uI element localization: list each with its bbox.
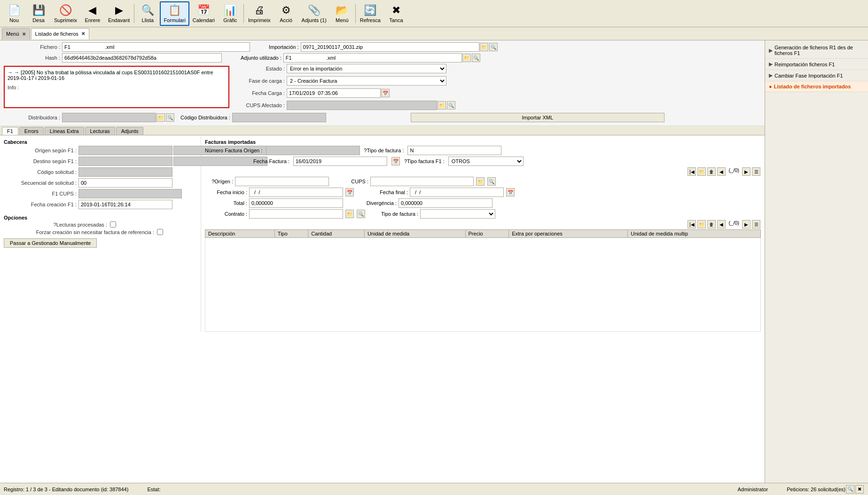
dist-folder-icon[interactable]: 📁	[156, 113, 165, 122]
cups-search-icon[interactable]: 🔍	[447, 101, 455, 110]
tab-lecturas[interactable]: Lecturas	[85, 127, 115, 135]
grafic-button[interactable]: 📊 Gràfic	[218, 1, 242, 26]
nav-prev-icon[interactable]: ◀	[717, 167, 726, 176]
fecha-factura-calendar-icon[interactable]: 📅	[391, 157, 400, 165]
numero-input[interactable]	[266, 146, 360, 155]
formulari-button[interactable]: 📋 Formulari	[160, 1, 189, 26]
endavant-button[interactable]: ▶ Endavant	[105, 1, 133, 26]
enrere-button[interactable]: ◀ Enrere	[80, 1, 105, 26]
inner-nav-folder-icon[interactable]: 📁	[697, 220, 706, 228]
importar-xml-button[interactable]: Importar XML	[411, 113, 665, 122]
codigo-dist-input[interactable]	[232, 113, 326, 122]
inner-nav-first-icon[interactable]: |◀	[688, 220, 696, 228]
contrato-folder-icon[interactable]: 📁	[345, 210, 354, 218]
tab-listado[interactable]: Listado de ficheros ✖	[31, 28, 89, 39]
calendari-button[interactable]: 📅 Calendari	[189, 1, 218, 26]
nou-icon: 📄	[8, 4, 21, 16]
adjunto-search-icon[interactable]: 🔍	[472, 54, 480, 62]
llista-button[interactable]: 🔍 Llista	[135, 1, 160, 26]
nav-next-icon[interactable]: ▶	[742, 167, 751, 176]
tipo-f1-select[interactable]: OTROS	[448, 157, 524, 166]
inner-nav-next-icon[interactable]: ▶	[742, 220, 751, 228]
hash-input[interactable]	[62, 53, 222, 63]
f1cups-input[interactable]	[78, 189, 182, 198]
inner-nav-delete-icon[interactable]: 🗑	[707, 220, 716, 228]
tab-lineas-extra[interactable]: Líneas Extra	[45, 127, 84, 135]
codigo-dist-label: Código Distribuidora :	[180, 115, 230, 120]
nav-list-icon[interactable]: ☰	[752, 167, 760, 176]
sidebar-item-gen[interactable]: ▶ Generación de ficheros R1 des de fiche…	[765, 42, 868, 59]
cups-inner-search-icon[interactable]: 🔍	[487, 177, 496, 186]
tab-errors[interactable]: Errors	[19, 127, 44, 135]
tipo-factura2-label: Tipo de factura :	[371, 211, 418, 217]
fecha-final-cal-icon[interactable]: 📅	[506, 188, 515, 196]
adjunts-button[interactable]: 📎 Adjunts (1)	[298, 1, 330, 26]
inner-nav-prev-icon[interactable]: ◀	[717, 220, 726, 228]
tanca-label: Tanca	[389, 17, 403, 23]
lecturas-checkbox[interactable]	[110, 221, 116, 228]
codigo-sol-input[interactable]	[78, 167, 172, 177]
desa-button[interactable]: 💾 Desa	[26, 1, 51, 26]
tipo-factura2-select[interactable]	[420, 209, 495, 219]
fichero-input[interactable]	[62, 42, 250, 52]
estat-label: Estat:	[147, 487, 160, 492]
cups-afectado-input[interactable]	[287, 101, 437, 110]
fecha-carga-calendar-icon[interactable]: 📅	[381, 89, 390, 97]
tab-listado-close[interactable]: ✖	[81, 31, 85, 36]
fecha-factura-input[interactable]: 16/01/2019	[293, 157, 387, 166]
distribuidora-input[interactable]	[62, 113, 156, 122]
tipo-factura-input[interactable]: N	[407, 146, 501, 155]
nav-folder-icon[interactable]: 📁	[697, 167, 706, 176]
importacion-search-icon[interactable]: 🔍	[489, 43, 498, 51]
nou-button[interactable]: 📄 Nou	[2, 1, 26, 26]
imprimeix-button[interactable]: 🖨 Imprimeix	[245, 1, 274, 26]
enrere-label: Enrere	[85, 17, 100, 23]
nav-first-icon[interactable]: |◀	[688, 167, 696, 176]
adjunto-folder-icon[interactable]: 📁	[462, 54, 471, 62]
sidebar-item-reimp[interactable]: ▶ Reimportación ficheros F1	[765, 59, 868, 70]
suprimeix-button[interactable]: 🚫 Suprimeix	[51, 1, 80, 26]
dist-search-icon[interactable]: 🔍	[166, 113, 174, 122]
fecha-creacion-input[interactable]: 2019-01-16T01:26:14	[78, 200, 172, 209]
fecha-inicio-input[interactable]	[249, 188, 343, 197]
cups-folder-icon[interactable]: 📁	[438, 101, 446, 110]
refresca-button[interactable]: 🔄 Refresca	[357, 1, 384, 26]
estado-select[interactable]: Error en la importación	[287, 64, 446, 73]
toolbar: 📄 Nou 💾 Desa 🚫 Suprimeix ◀ Enrere ▶ Enda…	[0, 0, 868, 27]
nav-delete-icon[interactable]: 🗑	[707, 167, 716, 176]
origen-f1-input[interactable]	[78, 146, 172, 155]
tab-f1[interactable]: F1	[2, 127, 18, 135]
total-input[interactable]: 0,000000	[249, 198, 343, 208]
fecha-final-input[interactable]	[410, 188, 504, 197]
divergencia-input[interactable]: 0,000000	[399, 198, 493, 208]
menu-button[interactable]: 📂 Menú	[330, 1, 354, 26]
secuencial-input[interactable]: 00	[78, 178, 172, 188]
contrato-search-icon[interactable]: 🔍	[357, 210, 365, 218]
inner-nav-list-icon[interactable]: ☰	[752, 220, 760, 228]
tab-menu-close[interactable]: ✖	[22, 31, 26, 37]
tab-adjunts[interactable]: Adjunts	[116, 127, 144, 135]
sidebar-item-listado[interactable]: ● Listado de ficheros importados	[765, 81, 868, 92]
tab-menu[interactable]: Menú ✖	[2, 28, 30, 39]
cambiar-arrow-icon: ▶	[769, 72, 773, 79]
tanca-button[interactable]: ✖ Tanca	[384, 1, 408, 26]
origen-q-input[interactable]	[235, 177, 329, 186]
status-search-icon[interactable]: 🔍	[846, 485, 854, 494]
importacion-folder-icon[interactable]: 📁	[480, 43, 488, 51]
fase-select[interactable]: 2 - Creación Factura	[287, 76, 446, 86]
contrato-input[interactable]	[249, 209, 343, 219]
status-close-icon[interactable]: ✖	[855, 485, 864, 494]
fecha-carga-input[interactable]	[287, 88, 381, 98]
pasar-manual-button[interactable]: Passar a Gestionado Manualmente	[4, 238, 97, 248]
formulari-label: Formulari	[164, 17, 185, 23]
enrere-icon: ◀	[88, 4, 96, 16]
forzar-checkbox[interactable]	[157, 229, 163, 235]
sidebar-item-cambiar[interactable]: ▶ Cambiar Fase Importación F1	[765, 70, 868, 81]
destino-f1-input[interactable]	[78, 157, 172, 166]
fecha-inicio-cal-icon[interactable]: 📅	[345, 188, 354, 196]
accio-button[interactable]: ⚙ Acció	[274, 1, 298, 26]
adjunto-input[interactable]	[283, 53, 462, 63]
importacion-input[interactable]	[301, 42, 479, 52]
cups-inner-folder-icon[interactable]: 📁	[476, 177, 485, 186]
cups-inner-input[interactable]	[370, 177, 474, 186]
